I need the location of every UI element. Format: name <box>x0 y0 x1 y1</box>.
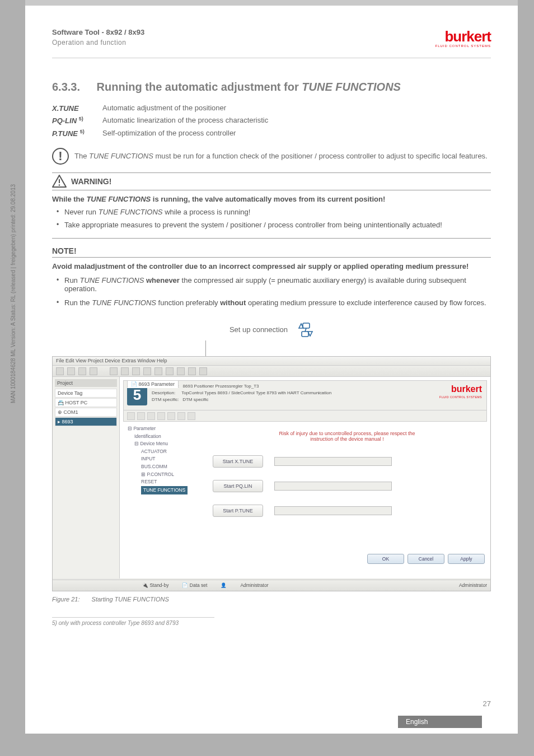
callout-label: Set up connection <box>229 325 288 334</box>
note-label: NOTE! <box>52 246 491 258</box>
start-ptune-button[interactable]: Start P.TUNE <box>213 505 263 517</box>
toolbar-button[interactable] <box>110 367 118 375</box>
warning-block: WARNING! While the TUNE FUNCTIONS is run… <box>52 172 491 239</box>
figure-callout: Set up connection <box>52 321 491 338</box>
warning-icon <box>52 175 67 188</box>
toolbar-button[interactable] <box>166 367 174 375</box>
ss-tree-node[interactable]: INPUT <box>141 455 196 463</box>
warning-bottom-rule <box>52 238 491 239</box>
callout-line <box>205 340 206 356</box>
toolbar-button[interactable] <box>157 412 165 420</box>
header-divider <box>52 58 491 58</box>
status-dataset: Data set <box>190 582 208 588</box>
brand-tagline: FLUID CONTROL SYSTEMS <box>435 44 491 48</box>
figure-caption: Figure 21: Starting TUNE FUNCTIONS <box>52 596 491 603</box>
ss-tree-item[interactable]: Device Tag <box>55 389 117 398</box>
sidebar-metadata: MAN 1000184628 ML Version: A Status: RL … <box>10 184 16 403</box>
footnote: 5) only with process controller Type 869… <box>52 617 214 626</box>
toolbar-button[interactable] <box>56 367 64 375</box>
toolbar-button[interactable] <box>78 367 86 375</box>
product-subtitle: Operation and function <box>52 39 144 46</box>
def-desc: Self-optimization of the process control… <box>102 129 491 138</box>
toolbar-button[interactable] <box>67 367 75 375</box>
apply-button[interactable]: Apply <box>448 554 485 564</box>
ss-tree-item[interactable]: 📇 HOST PC <box>55 398 117 407</box>
toolbar-button[interactable] <box>188 412 195 420</box>
info-text: The TUNE FUNCTIONS must be run for a fun… <box>74 152 491 160</box>
ss-main-panel: 📄 8693 Parameter 5 Device name: 8693 Pos… <box>120 377 490 578</box>
ss-toolbar[interactable] <box>53 366 490 377</box>
ss-project-panel: Project Device Tag 📇 HOST PC ⊕ COM1 ▸ 86… <box>53 377 120 578</box>
ss-tree-node[interactable]: Identification <box>134 433 196 441</box>
start-pqlin-button[interactable]: Start PQ.LIN <box>213 480 263 492</box>
toolbar-button[interactable] <box>167 412 175 420</box>
connection-icon <box>298 321 313 338</box>
toolbar-button[interactable] <box>199 367 207 375</box>
ss-tree-item-selected[interactable]: ▸ 8693 <box>55 417 117 426</box>
toolbar-button[interactable] <box>90 367 97 375</box>
warning-lead: While the TUNE FUNCTIONS is running, the… <box>52 195 491 203</box>
section-title-text: Running the automatic adjustment for <box>97 81 302 93</box>
ss-brand-logo: burkert <box>451 384 482 394</box>
brand-text: burkert <box>444 28 491 45</box>
ss-tree-node[interactable]: BUS.COMM <box>141 463 196 471</box>
def-desc: Automatic linearization of the process c… <box>102 116 491 125</box>
figure: Set up connection File Edit View Project… <box>52 321 491 603</box>
toolbar-button[interactable] <box>143 367 151 375</box>
status-standby: Stand-by <box>149 582 168 588</box>
page-number: 27 <box>483 699 491 708</box>
svg-rect-3 <box>302 332 308 337</box>
ss-tree-node[interactable]: P.CONTROL <box>147 472 174 477</box>
ss-tune-panel: Risk of injury due to uncontrolled proce… <box>207 425 487 533</box>
header-bar <box>25 0 518 6</box>
ss-sub-toolbar[interactable] <box>123 410 487 422</box>
def-term: PQ-LIN 5) <box>52 116 102 125</box>
ss-device-header: 📄 8693 Parameter 5 Device name: 8693 Pos… <box>123 380 487 410</box>
ss-tab-label[interactable]: 📄 8693 Parameter <box>127 380 179 388</box>
note-block: NOTE! Avoid maladjustment of the control… <box>52 246 491 307</box>
def-term: X.TUNE <box>52 104 102 113</box>
ss-tree-node[interactable]: Device Menu <box>140 441 168 446</box>
svg-point-1 <box>59 184 60 186</box>
product-name: Software Tool - 8x92 / 8x93 <box>52 28 144 36</box>
def-desc: Automatic adjustment of the positioner <box>102 104 491 113</box>
ss-tree-node-selected[interactable]: TUNE FUNCTIONS <box>141 486 188 495</box>
info-box: ! The TUNE FUNCTIONS must be run for a f… <box>52 148 491 165</box>
toolbar-button[interactable] <box>154 367 162 375</box>
warning-header: WARNING! <box>52 172 491 190</box>
ss-menubar[interactable]: File Edit View Project Device Extras Win… <box>53 357 490 366</box>
ss-device-info: Device name: 8693 Positioner Prozessregl… <box>152 383 331 408</box>
section-title: 6.3.3. Running the automatic adjustment … <box>52 81 491 94</box>
note-item: Run the TUNE FUNCTIONS function preferab… <box>59 298 491 307</box>
ss-device-number: 5 <box>127 385 147 405</box>
status-role: Administrator <box>240 582 268 588</box>
ss-parameter-tree[interactable]: ⊟ Parameter Identification ⊟ Device Menu… <box>123 425 196 533</box>
section-number: 6.3.3. <box>52 81 80 93</box>
toolbar-button[interactable] <box>147 412 155 420</box>
ss-risk-text: Risk of injury due to uncontrolled proce… <box>213 431 481 442</box>
ss-status-bar: 🔌 Stand-by 📄 Data set 👤 Administrator Ad… <box>53 580 490 591</box>
definition-row: X.TUNE Automatic adjustment of the posit… <box>52 104 491 113</box>
toolbar-button[interactable] <box>177 367 185 375</box>
ss-tree-item[interactable]: ⊕ COM1 <box>55 408 117 417</box>
ss-brand-tag: FLUID CONTROL SYSTEMS <box>439 395 482 399</box>
toolbar-button[interactable] <box>137 412 145 420</box>
svg-line-4 <box>305 328 306 332</box>
cancel-button[interactable]: Cancel <box>407 554 444 564</box>
definition-row: PQ-LIN 5) Automatic linearization of the… <box>52 116 491 125</box>
note-item: Run TUNE FUNCTIONS whenever the compress… <box>59 276 491 293</box>
progress-bar <box>274 457 392 466</box>
ok-button[interactable]: OK <box>367 554 404 564</box>
toolbar-button[interactable] <box>177 412 185 420</box>
section-title-em: TUNE FUNCTIONS <box>302 81 401 93</box>
ss-tree-node[interactable]: ACTUATOR <box>141 448 196 456</box>
brand-logo: burkert FLUID CONTROL SYSTEMS <box>435 28 491 48</box>
toolbar-button[interactable] <box>127 412 135 420</box>
figure-label: Figure 21: <box>52 596 80 603</box>
toolbar-button[interactable] <box>188 367 196 375</box>
toolbar-button[interactable] <box>121 367 129 375</box>
note-lead: Avoid maladjustment of the controller du… <box>52 262 491 270</box>
start-xtune-button[interactable]: Start X.TUNE <box>213 455 263 468</box>
ss-tree-node[interactable]: RESET <box>141 478 196 486</box>
toolbar-button[interactable] <box>132 367 140 375</box>
